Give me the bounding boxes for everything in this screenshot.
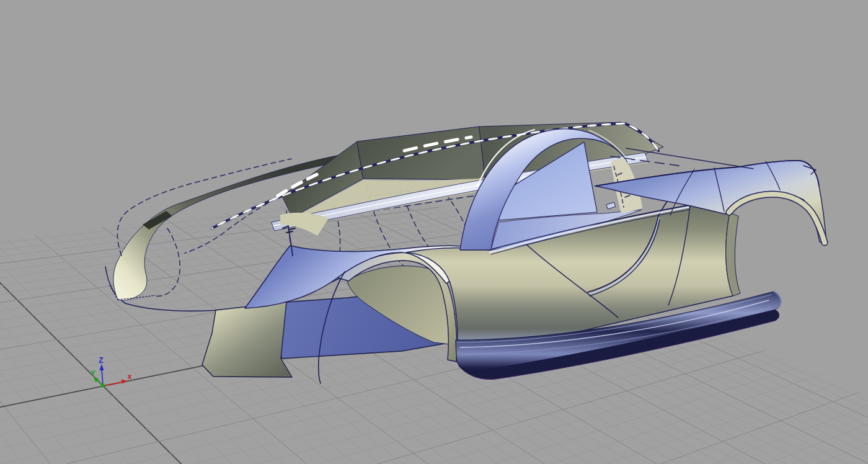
z-axis-label: Z	[99, 356, 103, 365]
origin-marker	[101, 384, 105, 388]
viewport-background	[0, 0, 868, 464]
perspective-viewport[interactable]: Z Y x	[0, 0, 868, 464]
viewport-canvas[interactable]: Z Y x	[0, 0, 868, 464]
x-axis-label: x	[128, 372, 132, 381]
y-axis-label: Y	[91, 369, 95, 378]
